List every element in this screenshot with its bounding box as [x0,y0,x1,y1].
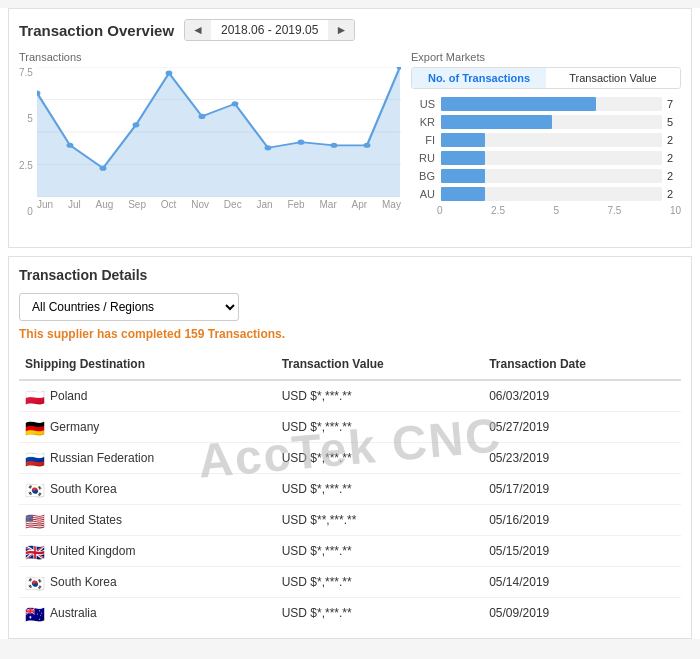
transactions-chart-label: Transactions [19,51,401,63]
table-row: 🇺🇸 United States USD $**,***.** 05/16/20… [19,505,681,536]
transaction-value-cell: USD $*,***.** [276,567,484,598]
x-label: Sep [128,199,146,210]
export-markets-label: Export Markets [411,51,681,63]
x-label: Apr [352,199,368,210]
svg-point-11 [198,114,205,119]
country-flag: 🇺🇸 [25,514,45,527]
transaction-date-cell: 05/16/2019 [483,505,681,536]
bar-fill [441,133,485,147]
transaction-date-cell: 05/15/2019 [483,536,681,567]
bar-fill [441,115,552,129]
x-label: Jun [37,199,53,210]
bar-track [441,169,662,183]
x-label: Feb [287,199,304,210]
bar-value-label: 7 [667,98,677,110]
next-date-button[interactable]: ► [328,20,354,40]
y-label: 5 [27,113,33,124]
bar-track [441,187,662,201]
transaction-value-cell: USD $*,***.** [276,380,484,412]
country-cell: 🇷🇺 Russian Federation [19,443,276,474]
transaction-date-cell: 05/09/2019 [483,598,681,629]
bar-track [441,97,662,111]
col-date: Transaction Date [483,349,681,380]
transaction-table: Shipping Destination Transaction Value T… [19,349,681,628]
prev-date-button[interactable]: ◄ [185,20,211,40]
table-row: 🇬🇧 United Kingdom USD $*,***.** 05/15/20… [19,536,681,567]
table-row: 🇵🇱 Poland USD $*,***.** 06/03/2019 [19,380,681,412]
y-label: 2.5 [19,160,33,171]
svg-point-7 [66,143,73,148]
count-prefix: This supplier has completed [19,327,184,341]
transaction-date-cell: 05/17/2019 [483,474,681,505]
transaction-date-cell: 05/14/2019 [483,567,681,598]
transaction-value-cell: USD $*,***.** [276,412,484,443]
bar-fill [441,97,596,111]
details-title: Transaction Details [19,267,681,283]
transaction-value-cell: USD $*,***.** [276,474,484,505]
country-select[interactable]: All Countries / Regions [19,293,239,321]
page-title: Transaction Overview [19,22,174,39]
country-flag: 🇦🇺 [25,607,45,620]
bar-country-label: BG [415,170,435,182]
country-flag: 🇷🇺 [25,452,45,465]
bar-value-label: 5 [667,116,677,128]
bar-value-label: 2 [667,188,677,200]
country-cell: 🇬🇧 United Kingdom [19,536,276,567]
transaction-date-cell: 05/23/2019 [483,443,681,474]
tab-transaction-value[interactable]: Transaction Value [546,68,680,88]
country-cell: 🇰🇷 South Korea [19,567,276,598]
x-label: Nov [191,199,209,210]
x-label: Jul [68,199,81,210]
transaction-value-cell: USD $**,***.** [276,505,484,536]
country-name: Australia [50,606,97,620]
export-tab-row: No. of Transactions Transaction Value [411,67,681,89]
bar-country-label: KR [415,116,435,128]
svg-point-10 [165,70,172,75]
bar-row: RU 2 [415,151,677,165]
country-cell: 🇩🇪 Germany [19,412,276,443]
bar-country-label: FI [415,134,435,146]
country-cell: 🇦🇺 Australia [19,598,276,629]
transaction-count-text: This supplier has completed 159 Transact… [19,327,681,341]
bar-track [441,133,662,147]
bar-fill [441,169,485,183]
transaction-date-cell: 05/27/2019 [483,412,681,443]
country-cell: 🇵🇱 Poland [19,380,276,412]
country-cell: 🇺🇸 United States [19,505,276,536]
transaction-value-cell: USD $*,***.** [276,536,484,567]
country-flag: 🇬🇧 [25,545,45,558]
table-row: 🇷🇺 Russian Federation USD $*,***.** 05/2… [19,443,681,474]
country-flag: 🇵🇱 [25,390,45,403]
svg-point-15 [330,143,337,148]
bar-row: FI 2 [415,133,677,147]
bar-track [441,115,662,129]
svg-point-17 [396,67,401,70]
count-number: 159 [184,327,204,341]
bar-fill [441,151,485,165]
country-flag: 🇰🇷 [25,576,45,589]
svg-point-16 [363,143,370,148]
tab-num-transactions[interactable]: No. of Transactions [412,68,546,88]
table-row: 🇰🇷 South Korea USD $*,***.** 05/14/2019 [19,567,681,598]
country-cell: 🇰🇷 South Korea [19,474,276,505]
country-name: United States [50,513,122,527]
count-suffix: Transactions. [204,327,285,341]
y-label: 7.5 [19,67,33,78]
svg-point-14 [297,140,304,145]
y-label: 0 [27,206,33,217]
x-label: Aug [96,199,114,210]
date-range-label: 2018.06 - 2019.05 [211,20,328,40]
bar-row: US 7 [415,97,677,111]
svg-point-8 [99,166,106,171]
bar-track [441,151,662,165]
country-name: Russian Federation [50,451,154,465]
country-name: South Korea [50,575,117,589]
bar-row: AU 2 [415,187,677,201]
bar-country-label: US [415,98,435,110]
svg-point-12 [231,101,238,106]
bar-country-label: RU [415,152,435,164]
country-name: Poland [50,389,87,403]
table-row: 🇩🇪 Germany USD $*,***.** 05/27/2019 [19,412,681,443]
date-nav: ◄ 2018.06 - 2019.05 ► [184,19,355,41]
transaction-value-cell: USD $*,***.** [276,598,484,629]
